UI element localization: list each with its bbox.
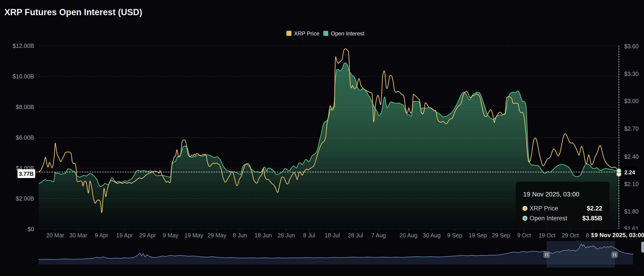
svg-text:XRP Price: XRP Price — [530, 205, 558, 212]
svg-text:18 Jun: 18 Jun — [254, 232, 272, 239]
svg-text:8 Jun: 8 Jun — [233, 232, 247, 239]
svg-text:$3.60: $3.60 — [624, 43, 639, 49]
svg-text:Open Interest: Open Interest — [331, 30, 364, 36]
svg-text:18 Jul: 18 Jul — [325, 232, 340, 239]
svg-text:8 Jul: 8 Jul — [303, 232, 316, 239]
svg-text:$6.00B: $6.00B — [16, 134, 34, 141]
svg-text:19 Apr: 19 Apr — [116, 232, 133, 239]
svg-text:9 Sep: 9 Sep — [447, 232, 462, 239]
svg-text:9 Apr: 9 Apr — [95, 232, 108, 239]
svg-text:$8.00B: $8.00B — [16, 104, 34, 110]
svg-text:XRP Price: XRP Price — [294, 30, 319, 36]
svg-text:$2.40: $2.40 — [624, 153, 639, 160]
svg-text:$12.00B: $12.00B — [13, 42, 34, 49]
svg-text:30 Mar: 30 Mar — [69, 232, 87, 239]
svg-text:30 Aug: 30 Aug — [423, 232, 441, 239]
svg-text:9 May: 9 May — [163, 232, 179, 239]
svg-text:20 Aug: 20 Aug — [400, 232, 418, 239]
svg-text:28 Jun: 28 Jun — [278, 232, 295, 239]
svg-text:XRP Futures Open Interest (USD: XRP Futures Open Interest (USD) — [4, 7, 142, 17]
svg-text:9 Oct: 9 Oct — [517, 232, 531, 239]
svg-text:2.24: 2.24 — [624, 169, 635, 176]
svg-text:19 May: 19 May — [184, 232, 203, 239]
svg-text:28 Jul: 28 Jul — [348, 232, 363, 239]
svg-text:$2.70: $2.70 — [624, 125, 639, 132]
svg-text:29 May: 29 May — [208, 232, 226, 239]
svg-text:29 Oct: 29 Oct — [562, 232, 579, 239]
svg-text:$0: $0 — [28, 226, 34, 232]
svg-text:19 Nov 2025, 03:00: 19 Nov 2025, 03:00 — [523, 191, 579, 198]
svg-text:29 Apr: 29 Apr — [139, 232, 156, 239]
svg-text:$2.22: $2.22 — [587, 205, 602, 212]
svg-text:Open Interest: Open Interest — [530, 215, 567, 222]
svg-text:$3.00: $3.00 — [624, 98, 639, 104]
svg-text:$3.30: $3.30 — [624, 71, 639, 77]
svg-text:19 Oct: 19 Oct — [538, 232, 556, 239]
svg-text:$1.80: $1.80 — [624, 208, 639, 215]
svg-text:$3.85B: $3.85B — [582, 215, 602, 222]
svg-text:$10.00B: $10.00B — [13, 73, 34, 80]
svg-text:20 Mar: 20 Mar — [46, 232, 64, 239]
svg-text:3.77B: 3.77B — [19, 171, 34, 177]
svg-text:19 Sep: 19 Sep — [468, 232, 487, 239]
svg-text:$2.00B: $2.00B — [16, 195, 34, 202]
svg-text:$2.10: $2.10 — [624, 181, 639, 187]
svg-text:19 Nov 2025, 03:00: 19 Nov 2025, 03:00 — [591, 232, 644, 239]
svg-text:29 Sep: 29 Sep — [492, 232, 510, 239]
svg-text:7 Aug: 7 Aug — [371, 232, 386, 239]
